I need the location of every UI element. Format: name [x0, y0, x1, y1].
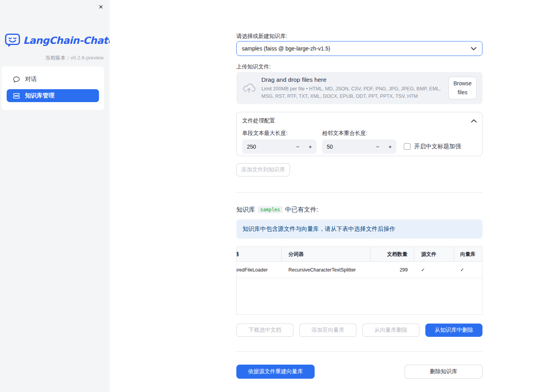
divider — [236, 192, 482, 193]
rebuild-vector-store-button[interactable]: 依据源文件重建向量库 — [236, 365, 315, 379]
sidebar-item-knowledge-base[interactable]: 知识库管理 — [7, 89, 99, 102]
version-value: v0.2.6-preview — [70, 55, 104, 61]
info-alert: 知识库中包含源文件与向量库，请从下表中选择文件后操作 — [236, 219, 482, 239]
overlap-size-input[interactable]: 50 − + — [322, 139, 396, 154]
kb-files-suffix: 中已有文件: — [285, 206, 318, 214]
delete-kb-button[interactable]: 删除知识库 — [405, 365, 482, 379]
table-header-row: 器 分词器 文档数量 源文件 向量库 — [237, 247, 482, 262]
kb-files-prefix: 知识库 — [236, 206, 255, 214]
info-text: 知识库中包含源文件与向量库，请从下表中选择文件后操作 — [243, 225, 395, 233]
add-files-to-kb-button: 添加文件到知识库 — [236, 163, 290, 176]
dropzone-instructions: Drag and drop files here — [261, 76, 448, 83]
kb-select-label: 请选择或新建知识库: — [236, 32, 482, 40]
browse-files-button[interactable]: Browse files — [448, 77, 477, 99]
column-header-doc-count[interactable]: 文档数量 — [371, 247, 414, 261]
expander-header[interactable]: 文件处理配置 — [242, 112, 477, 129]
overlap-size-label: 相邻文本重合长度: — [322, 129, 396, 137]
overlap-size-value[interactable]: 50 — [327, 144, 371, 150]
chunk-size-input[interactable]: 250 − + — [242, 139, 317, 154]
checkbox-box-icon[interactable] — [404, 143, 410, 150]
chunk-size-label: 单段文本最大长度: — [242, 129, 317, 137]
table-row[interactable]: uredFileLoader RecursiveCharacterTextSpl… — [237, 262, 482, 278]
files-table: 器 分词器 文档数量 源文件 向量库 uredFileLoader Recurs… — [236, 246, 482, 315]
add-to-vector-store-button: 添加至向量库 — [299, 324, 356, 337]
sidebar: ✕ LangChain-Chatchat 当前版本：v0.2.6-preview… — [0, 0, 110, 392]
expander-title: 文件处理配置 — [242, 117, 275, 124]
main-content: 请选择或新建知识库: samples (faiss @ bge-large-zh… — [110, 0, 540, 392]
divider — [236, 351, 482, 352]
version-label: 当前版本： — [45, 55, 70, 61]
expander-body: 单段文本最大长度: 250 − + 相邻文本重合长度: 50 − + — [242, 129, 477, 154]
decrement-button[interactable]: − — [371, 143, 384, 150]
kb-selectbox[interactable]: samples (faiss @ bge-large-zh-v1.5) — [236, 41, 482, 56]
cloud-upload-icon — [242, 82, 256, 94]
chevron-down-icon — [471, 47, 477, 50]
kb-name-code: samples — [258, 206, 283, 213]
increment-button[interactable]: + — [304, 143, 317, 150]
sidebar-item-label: 知识库管理 — [25, 92, 54, 99]
cell-doc-count[interactable]: 299 — [371, 262, 414, 278]
zh-title-enhance-checkbox[interactable]: 开启中文标题加强 — [404, 143, 461, 150]
kb-selectbox-value: samples (faiss @ bge-large-zh-v1.5) — [242, 45, 330, 52]
increment-button[interactable]: + — [384, 143, 396, 150]
overlap-size-group: 相邻文本重合长度: 50 − + — [322, 129, 396, 154]
version-info: 当前版本：v0.2.6-preview — [45, 54, 104, 61]
chat-bubble-icon — [13, 76, 20, 83]
checkbox-label: 开启中文标题加强 — [414, 143, 461, 150]
column-header-splitter[interactable]: 分词器 — [282, 247, 371, 261]
cell-loader[interactable]: uredFileLoader — [237, 267, 282, 273]
sidebar-menu: 对话 知识库管理 — [2, 67, 104, 110]
chunk-size-value[interactable]: 250 — [247, 144, 292, 150]
file-actions: 下载选中文档 添加至向量库 从向量库删除 从知识库中删除 — [236, 324, 482, 337]
dropzone-limit-text: Limit 200MB per file • HTML, MD, JSON, C… — [261, 85, 448, 99]
delete-from-kb-button[interactable]: 从知识库中删除 — [425, 324, 482, 337]
upload-label: 上传知识文件: — [236, 63, 482, 70]
dropzone-text: Drag and drop files here Limit 200MB per… — [261, 76, 448, 99]
close-sidebar-button[interactable]: ✕ — [97, 2, 105, 11]
knowledge-base-icon — [13, 93, 20, 99]
download-selected-button: 下载选中文档 — [236, 324, 293, 337]
file-config-expander: 文件处理配置 单段文本最大长度: 250 − + 相邻文 — [236, 112, 482, 156]
decrement-button[interactable]: − — [292, 143, 304, 150]
logo-chat-smiley-icon — [5, 33, 20, 47]
delete-from-vector-store-button: 从向量库删除 — [362, 324, 419, 337]
chunk-size-group: 单段文本最大长度: 250 − + — [242, 129, 317, 154]
sidebar-item-chat[interactable]: 对话 — [7, 73, 99, 86]
cell-vector-store-check[interactable]: ✓ — [454, 267, 482, 273]
column-header-loader[interactable]: 器 — [237, 247, 282, 261]
cell-source-file-check[interactable]: ✓ — [414, 267, 454, 273]
kb-files-heading: 知识库 samples 中已有文件: — [236, 205, 482, 214]
file-dropzone[interactable]: Drag and drop files here Limit 200MB per… — [236, 72, 482, 104]
sidebar-item-label: 对话 — [25, 76, 37, 83]
chevron-up-icon — [471, 119, 477, 122]
column-header-vector-store[interactable]: 向量库 — [454, 247, 482, 261]
close-icon: ✕ — [98, 4, 103, 10]
cell-splitter[interactable]: RecursiveCharacterTextSplitter — [282, 267, 371, 273]
kb-actions: 依据源文件重建向量库 删除知识库 — [236, 365, 482, 379]
column-header-source-file[interactable]: 源文件 — [414, 247, 454, 261]
